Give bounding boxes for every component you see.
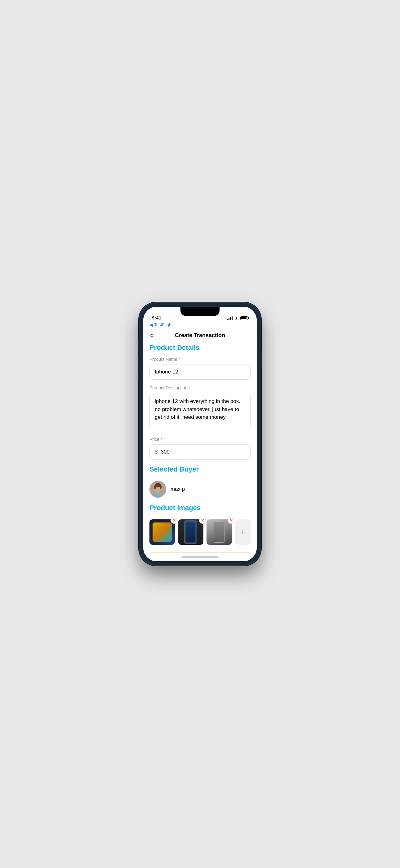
product-description-label: Product Description * <box>149 385 251 390</box>
plus-icon: + <box>240 527 245 537</box>
status-icons: ▲ <box>227 316 248 320</box>
add-image-button[interactable]: + <box>235 519 251 545</box>
phone-screen: 9:41 ▲ ◀ TestFlight <box>143 307 257 561</box>
selected-buyer-title: Selected Buyer <box>149 465 251 473</box>
price-symbol: $ <box>155 449 158 455</box>
price-label: Price * <box>149 437 251 442</box>
testflight-back-button[interactable]: ◀ TestFlight <box>149 322 251 327</box>
close-icon: ✕ <box>229 519 233 523</box>
home-indicator <box>143 553 257 561</box>
product-image-3 <box>206 519 232 545</box>
product-images-title: Product Images <box>149 504 251 512</box>
remove-image-3-button[interactable]: ✕ <box>228 517 234 524</box>
back-button[interactable]: < <box>149 332 154 340</box>
product-name-input[interactable] <box>149 364 251 380</box>
phone-frame: 9:41 ▲ ◀ TestFlight <box>139 303 261 565</box>
buyer-name: max p <box>171 486 185 492</box>
product-image-2 <box>178 519 203 545</box>
selected-buyer-section: Selected Buyer <box>143 465 257 504</box>
battery-icon <box>240 316 248 320</box>
scroll-content: < Create Transaction Product Details Pro… <box>143 329 257 553</box>
close-icon: ✕ <box>172 519 176 523</box>
buyer-row: max p <box>149 478 251 504</box>
wifi-icon: ▲ <box>234 316 238 320</box>
price-input-wrapper: $ <box>149 444 251 460</box>
home-bar <box>181 556 219 558</box>
status-time: 9:41 <box>152 315 161 320</box>
svg-point-3 <box>154 485 156 489</box>
product-details-section: Product Details Product Name * Product D… <box>143 344 257 460</box>
product-images-section: Product Images ✕ <box>143 504 257 550</box>
remove-image-1-button[interactable]: ✕ <box>171 517 177 524</box>
status-bar: 9:41 ▲ <box>143 307 257 322</box>
price-input[interactable] <box>161 449 245 455</box>
signal-icon <box>227 316 233 320</box>
avatar <box>149 481 166 498</box>
notch <box>180 307 220 316</box>
testflight-bar: ◀ TestFlight <box>143 322 257 329</box>
nav-header: < Create Transaction <box>143 329 257 344</box>
svg-point-4 <box>160 485 162 489</box>
page-title: Create Transaction <box>175 332 225 339</box>
image-thumb-3: ✕ <box>206 519 232 545</box>
images-grid: ✕ ✕ <box>149 517 251 550</box>
remove-image-2-button[interactable]: ✕ <box>199 517 206 524</box>
image-thumb-2: ✕ <box>178 519 203 545</box>
product-description-input[interactable]: iphone 12 with everything in the box. no… <box>149 393 251 430</box>
close-icon: ✕ <box>201 519 204 523</box>
image-thumb-1: ✕ <box>149 519 175 545</box>
product-image-1 <box>149 519 175 545</box>
svg-rect-6 <box>157 491 159 493</box>
testflight-back-label: ◀ TestFlight <box>149 322 173 327</box>
battery-fill <box>241 317 246 319</box>
product-details-title: Product Details <box>149 344 251 352</box>
product-name-label: Product Name * <box>149 357 251 362</box>
